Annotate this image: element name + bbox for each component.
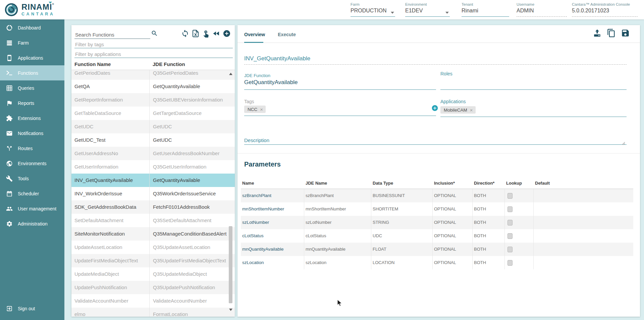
- sidebar-item-tools[interactable]: Tools: [0, 171, 64, 186]
- function-row-GetUDC_Test[interactable]: GetUDC_TestGetUDC: [71, 133, 235, 147]
- lookup-checkbox[interactable]: [507, 220, 513, 226]
- application-chip[interactable]: MobileCAM ×: [440, 106, 476, 114]
- add-tag-icon[interactable]: [431, 105, 438, 112]
- hand-select-icon[interactable]: [202, 29, 210, 39]
- sidebar-item-applications[interactable]: Applications: [0, 50, 64, 65]
- tab-overview[interactable]: Overview: [244, 32, 265, 37]
- param-row-mnShortItemNumber[interactable]: mnShortItemNumbermnShortItemNumberSHORTI…: [241, 202, 633, 216]
- lookup-checkbox[interactable]: [507, 233, 513, 239]
- duplicate-icon[interactable]: [607, 28, 616, 39]
- sidebar-item-queries[interactable]: Queries: [0, 80, 64, 95]
- field-value[interactable]: E1DEV: [405, 8, 450, 14]
- header-field-environment[interactable]: EnvironmentE1DEV: [405, 2, 450, 17]
- param-cell: UDC: [371, 229, 433, 243]
- field-value[interactable]: Rinami: [462, 8, 509, 14]
- param-row-szLocation[interactable]: szLocationszLocationLOCATIONOPTIONALBOTH: [241, 256, 633, 269]
- function-row-SDK_GetAddressBookData[interactable]: SDK_GetAddressBookDataFetchF0101AddressB…: [71, 200, 235, 214]
- param-default-cell: [534, 202, 633, 216]
- field-value[interactable]: PRODUCTION: [351, 8, 395, 14]
- sidebar-item-label: Functions: [18, 70, 38, 76]
- sidebar-item-sign-out[interactable]: Sign out: [0, 301, 64, 316]
- chevron-down-icon[interactable]: [391, 12, 394, 14]
- function-row-GetTableDataSource[interactable]: GetTableDataSourceGetTargetDataSource: [71, 107, 235, 120]
- chevron-down-icon[interactable]: [445, 12, 449, 14]
- function-row-SiteMonitorNotification[interactable]: SiteMonitorNotificationQ35ManageConditio…: [71, 227, 235, 241]
- function-name-field[interactable]: INV_GetQuantityAvailable: [244, 55, 310, 62]
- sidebar-item-label: Routes: [18, 146, 33, 151]
- filter-by-tags-input[interactable]: [74, 41, 233, 48]
- sidebar-item-reports[interactable]: Reports: [0, 95, 64, 111]
- param-row-szBranchPlant[interactable]: szBranchPlantszBranchPlantBUSINESSUNITOP…: [241, 189, 633, 202]
- param-cell: szLotNumber: [304, 216, 371, 229]
- function-row-ValidateAccountNumber[interactable]: ValidateAccountNumberValidateAccountNumb…: [71, 294, 235, 308]
- save-icon[interactable]: [621, 28, 630, 39]
- remove-tag-icon[interactable]: ×: [260, 107, 263, 112]
- lookup-checkbox[interactable]: [507, 247, 513, 252]
- refresh-icon[interactable]: [181, 29, 189, 39]
- sidebar-item-scheduler[interactable]: Scheduler: [0, 186, 64, 201]
- param-row-szLotNumber[interactable]: szLotNumberszLotNumberSTRINGOPTIONALBOTH: [241, 216, 633, 229]
- column-jde-function: JDE Function: [153, 61, 185, 67]
- tabs-divider: [237, 43, 640, 43]
- description-field[interactable]: [244, 144, 627, 145]
- search-input[interactable]: [74, 30, 150, 39]
- function-row-UpdateAssetLocation[interactable]: UpdateAssetLocationQ35UpdateAssetLocatio…: [71, 241, 235, 254]
- sidebar-item-label: Applications: [18, 55, 43, 61]
- remove-application-icon[interactable]: ×: [470, 108, 473, 113]
- search-icon[interactable]: [151, 30, 158, 38]
- tag-chip[interactable]: NCC ×: [244, 106, 266, 113]
- function-row-INV_WorkOrderIssue[interactable]: INV_WorkOrderIssueQ35WorkOrderIssueServi…: [71, 187, 235, 200]
- function-row-UpdateMediaObject[interactable]: UpdateMediaObjectQ35UpdateMediaObject: [71, 267, 235, 281]
- param-row-cLotStatus[interactable]: cLotStatuscLotStatusUDCOPTIONALBOTH: [241, 229, 633, 243]
- sidebar-item-administration[interactable]: Administration: [0, 216, 64, 231]
- function-row-GetPeriodDates[interactable]: GetPeriodDatesQ35GetPeriodDates: [71, 70, 235, 80]
- function-row-UpdateFirstMediaObjectText[interactable]: UpdateFirstMediaObjectTextQ35UpdateFirst…: [71, 254, 235, 267]
- jde-function-cell: FetchF0101AddressBook: [150, 200, 235, 214]
- lookup-checkbox[interactable]: [507, 193, 513, 199]
- param-cell: FLOAT: [371, 243, 433, 256]
- jde-function-cell: Q35GetPeriodDates: [150, 70, 235, 80]
- lookup-checkbox[interactable]: [507, 260, 513, 266]
- lookup-checkbox[interactable]: [507, 206, 513, 212]
- applications-label: Applications: [440, 99, 466, 104]
- sidebar-item-extensions[interactable]: Extensions: [0, 111, 64, 126]
- function-row-GetUserInformation[interactable]: GetUserInformationQ35GetUserInformation: [71, 160, 235, 174]
- scrollbar-thumb[interactable]: [229, 226, 232, 303]
- sidebar-item-user-management[interactable]: User management: [0, 201, 64, 216]
- sidebar-item-dashboard[interactable]: Dashboard: [0, 20, 64, 35]
- function-row-elmo[interactable]: elmoFormatLocation: [71, 308, 235, 317]
- add-function-icon[interactable]: [223, 29, 231, 39]
- sidebar-item-environments[interactable]: Environments: [0, 156, 64, 171]
- sidebar-item-farm[interactable]: Farm: [0, 35, 64, 50]
- function-row-GetReportInformation[interactable]: GetReportInformationQ35GetUBEVersionInfo…: [71, 93, 235, 107]
- function-row-INV_GetQuantityAvailable[interactable]: INV_GetQuantityAvailableGetQuantityAvail…: [71, 174, 235, 187]
- tab-execute[interactable]: Execute: [278, 32, 296, 37]
- sidebar-item-routes[interactable]: Routes: [0, 141, 64, 156]
- header-field-tenant[interactable]: TenantRinami: [462, 2, 509, 17]
- jde-function-value[interactable]: GetQuantityAvailable: [244, 79, 298, 86]
- scrollbar-down-icon[interactable]: [229, 309, 232, 311]
- upload-icon[interactable]: [593, 28, 602, 39]
- rewind-icon[interactable]: [212, 29, 220, 39]
- header-field-farm[interactable]: FarmPRODUCTION: [351, 2, 395, 17]
- resize-grip-icon[interactable]: [622, 140, 625, 146]
- jde-function-cell: GetQuantityAvailable: [150, 174, 235, 187]
- function-name-cell: GetUDC: [71, 120, 150, 133]
- function-name-cell: ValidateAccountNumber: [71, 294, 150, 308]
- excel-export-icon[interactable]: [192, 29, 200, 39]
- function-row-GetUserAddressNo[interactable]: GetUserAddressNoGetUserAddressBookNumber: [71, 147, 235, 160]
- scrollbar-up-icon[interactable]: [229, 73, 232, 75]
- sidebar-item-functions[interactable]: Functions: [0, 65, 64, 80]
- column-function-name: Function Name: [74, 61, 111, 67]
- param-cell: SHORTITEM: [371, 202, 433, 216]
- brand-product: CANTARA: [21, 12, 55, 16]
- param-row-mnQuantityAvailable[interactable]: mnQuantityAvailablemnQuantityAvailableFL…: [241, 243, 633, 256]
- function-row-GetQA[interactable]: GetQAGetQuantityAvailable: [71, 80, 235, 93]
- function-row-UpdatePushNotification[interactable]: UpdatePushNotificationQ35UpdatePushNotif…: [71, 281, 235, 294]
- function-row-SetDefaultAttachment[interactable]: SetDefaultAttachmentQ35SetDefaultAttachm…: [71, 214, 235, 227]
- function-name-cell: GetUserAddressNo: [71, 147, 150, 160]
- filter-by-applications-input[interactable]: [74, 50, 233, 58]
- function-row-GetUDC[interactable]: GetUDCGetUDC: [71, 120, 235, 133]
- sidebar-item-notifications[interactable]: Notifications: [0, 126, 64, 141]
- param-cell: OPTIONAL: [433, 202, 473, 216]
